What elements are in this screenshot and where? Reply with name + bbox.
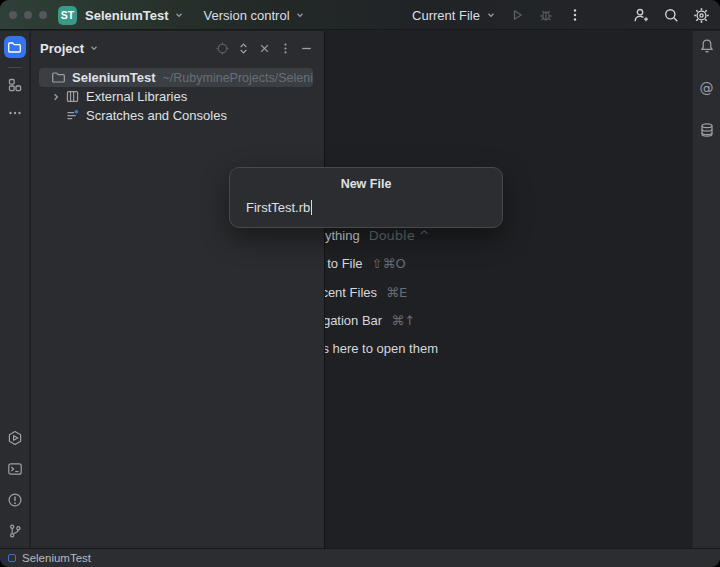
structure-icon[interactable] xyxy=(7,77,23,93)
project-panel-header: Project xyxy=(31,34,324,62)
tree-node-path: ~/RubymineProjects/SeleniumTest xyxy=(163,71,313,85)
services-icon[interactable] xyxy=(7,430,23,446)
kebab-menu-icon[interactable] xyxy=(567,7,583,23)
search-icon[interactable] xyxy=(663,7,680,24)
minimize-window-button[interactable] xyxy=(24,11,32,19)
rubymine-window: Run AnythingDouble ^ Go to File⇧⌘O Recen… xyxy=(0,0,720,567)
kebab-menu-icon[interactable] xyxy=(277,40,293,56)
database-icon[interactable] xyxy=(699,122,715,138)
ai-assistant-icon[interactable]: @ xyxy=(700,80,714,96)
status-bar: SeleniumTest xyxy=(0,548,720,567)
stripe-divider xyxy=(8,67,22,68)
hint-shortcut: Double ^ xyxy=(369,228,430,243)
expand-selector-icon[interactable] xyxy=(235,40,251,56)
gear-icon[interactable] xyxy=(693,7,710,24)
tree-node-label: Scratches and Consoles xyxy=(86,108,227,123)
text-caret xyxy=(311,200,312,215)
tree-row-project-root[interactable]: SeleniumTest ~/RubymineProjects/Selenium… xyxy=(39,68,313,87)
hide-panel-icon[interactable] xyxy=(298,40,314,56)
left-stripe-bottom-group xyxy=(7,430,23,548)
run-icon[interactable] xyxy=(509,7,525,23)
hint-shortcut: ⇧⌘O xyxy=(372,256,406,271)
project-tool-window-button[interactable] xyxy=(4,36,26,58)
version-control-menu[interactable]: Version control xyxy=(204,8,290,23)
scratches-icon xyxy=(65,108,80,123)
add-user-icon[interactable] xyxy=(633,7,650,24)
file-name-input[interactable]: FirstTest.rb xyxy=(246,200,486,215)
project-badge[interactable]: ST xyxy=(58,6,77,25)
chevron-down-icon xyxy=(174,10,184,20)
folder-icon xyxy=(51,70,66,85)
title-bar: ST SeleniumTest Version control Current … xyxy=(0,0,720,30)
status-project-name[interactable]: SeleniumTest xyxy=(22,552,91,564)
more-tool-windows-icon[interactable] xyxy=(7,105,23,121)
locate-icon[interactable] xyxy=(214,40,230,56)
problems-icon[interactable] xyxy=(7,492,23,508)
new-file-dialog: New File FirstTest.rb xyxy=(229,167,503,228)
zoom-window-button[interactable] xyxy=(39,11,47,19)
right-tool-stripe: @ xyxy=(692,31,720,548)
panel-title[interactable]: Project xyxy=(40,41,84,56)
tree-node-label: External Libraries xyxy=(86,89,187,104)
hint-shortcut: ⌘↑ xyxy=(391,313,415,328)
run-configuration-selector[interactable]: Current File xyxy=(412,8,480,23)
project-folder-icon xyxy=(7,40,22,55)
terminal-icon[interactable] xyxy=(7,461,23,477)
tree-node-label: SeleniumTest xyxy=(72,70,156,85)
collapse-all-icon[interactable] xyxy=(256,40,272,56)
chevron-right-icon[interactable] xyxy=(51,92,65,102)
dialog-title: New File xyxy=(230,177,502,191)
debug-icon[interactable] xyxy=(538,7,554,23)
close-window-button[interactable] xyxy=(9,11,17,19)
window-controls xyxy=(9,11,47,19)
project-widget-icon xyxy=(8,554,16,562)
notifications-bell-icon[interactable] xyxy=(699,38,715,54)
library-icon xyxy=(65,89,80,104)
tree-row-external-libraries[interactable]: External Libraries xyxy=(39,87,313,106)
chevron-down-icon xyxy=(89,43,99,53)
left-tool-stripe xyxy=(0,31,30,548)
git-branch-icon[interactable] xyxy=(7,523,23,539)
chevron-down-icon xyxy=(486,10,496,20)
project-tree: SeleniumTest ~/RubymineProjects/Selenium… xyxy=(31,68,324,125)
project-tool-window: Project SeleniumTest ~/RubymineProjects/… xyxy=(31,31,325,548)
file-name-value: FirstTest.rb xyxy=(246,200,310,215)
chevron-down-icon xyxy=(295,10,305,20)
hint-shortcut: ⌘E xyxy=(386,285,407,300)
tree-row-scratches[interactable]: Scratches and Consoles xyxy=(39,106,313,125)
project-name-menu[interactable]: SeleniumTest xyxy=(85,8,169,23)
